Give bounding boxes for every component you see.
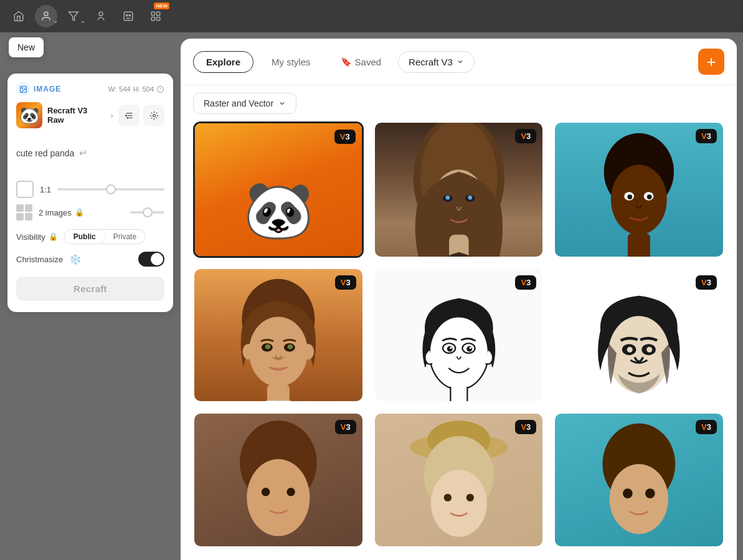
svg-point-59	[247, 459, 310, 536]
image-header-icon	[16, 82, 30, 96]
svg-point-71	[645, 489, 655, 499]
v3-badge: V3	[334, 130, 356, 144]
ratio-box	[16, 181, 34, 198]
style-card-linocut[interactable]: V3 Linocut	[554, 268, 724, 403]
settings-button[interactable]	[118, 105, 140, 126]
svg-point-56	[627, 346, 633, 352]
tab-explore[interactable]: Explore	[193, 51, 253, 73]
svg-point-26	[445, 196, 450, 200]
image-header: IMAGE W: 544 H: 504	[16, 82, 164, 96]
svg-point-30	[611, 164, 667, 234]
style-card-recraft-v3-raw[interactable]: 🐼 V3 Recraft V3 Raw	[193, 121, 364, 258]
ratio-label: 1:1	[40, 185, 51, 194]
bookmark-icon: 🔖	[341, 57, 351, 67]
svg-rect-6	[151, 12, 154, 15]
model-info: Recraft V3 Raw	[47, 106, 105, 125]
model-actions	[118, 105, 164, 126]
style-image-vector-art: V3	[555, 123, 723, 258]
version-select[interactable]: Recraft V3	[398, 51, 475, 73]
style-card-line-fill[interactable]: V3 Line & Fill	[374, 268, 544, 403]
v3-badge-linocut: V3	[696, 275, 717, 290]
image-label: IMAGE	[34, 85, 61, 93]
images-row: 2 images 🔒	[16, 204, 164, 221]
face-icon[interactable]	[117, 5, 140, 27]
svg-point-37	[249, 316, 308, 386]
filter-icon[interactable]	[62, 5, 85, 27]
svg-point-39	[303, 344, 314, 359]
profile-icon[interactable]	[35, 5, 57, 27]
svg-rect-8	[151, 17, 154, 21]
svg-rect-9	[157, 17, 160, 21]
visibility-toggle[interactable]: Public Private	[64, 229, 146, 244]
filter-chevron-icon	[278, 100, 286, 107]
images-slider-thumb	[143, 207, 153, 217]
svg-point-19	[127, 117, 128, 118]
add-button[interactable]: +	[698, 49, 724, 75]
style-card-photorealism[interactable]: V3 Photorealism	[374, 121, 544, 258]
style-card-partial1[interactable]: V3	[193, 412, 364, 548]
images-grid-icon	[16, 204, 32, 221]
svg-point-18	[125, 115, 126, 116]
svg-point-70	[623, 489, 633, 499]
svg-point-34	[647, 194, 652, 199]
new-badge: NEW	[154, 2, 169, 9]
recraft-button[interactable]: Recraft	[16, 277, 164, 301]
grid-icon[interactable]: NEW	[144, 5, 167, 27]
right-panel: Explore My styles 🔖 Saved Recraft V3 +	[181, 39, 737, 560]
style-button[interactable]	[143, 105, 164, 126]
style-card-illustration[interactable]: V3 Illustration	[193, 268, 364, 403]
svg-point-42	[265, 344, 270, 349]
visibility-label: Visibility 🔒	[16, 232, 58, 242]
ratio-slider-thumb	[106, 184, 116, 194]
style-image-partial3: V3	[555, 414, 723, 548]
style-image-illustration: V3	[194, 269, 362, 403]
svg-point-51	[469, 346, 471, 348]
v3-badge-line-fill: V3	[515, 275, 536, 290]
version-chevron-icon	[457, 58, 464, 65]
svg-rect-35	[628, 234, 650, 258]
images-slider[interactable]	[130, 211, 164, 214]
lock-icon: 🔒	[75, 208, 84, 217]
saved-button[interactable]: 🔖 Saved	[329, 51, 394, 73]
svg-point-50	[450, 346, 452, 348]
top-toolbar: NEW	[0, 0, 743, 32]
prompt-text: cute red panda ↵	[16, 146, 87, 161]
prompt-area[interactable]: cute red panda ↵	[16, 136, 164, 171]
filter-row: Raster and Vector	[181, 85, 737, 121]
filter-select[interactable]: Raster and Vector	[193, 93, 296, 114]
main-area: New IMAGE W: 544 H: 504	[0, 32, 743, 560]
v3-badge-photo: V3	[515, 129, 536, 143]
svg-marker-1	[69, 12, 78, 21]
model-thumbnail: 🐼	[16, 102, 42, 128]
style-card-partial3[interactable]: V3	[554, 412, 724, 548]
svg-point-11	[21, 87, 22, 88]
svg-point-0	[44, 12, 48, 16]
svg-point-60	[262, 488, 270, 496]
svg-point-65	[431, 470, 487, 537]
style-card-vector-art[interactable]: V3 Vector art	[554, 121, 724, 258]
ratio-slider[interactable]	[57, 188, 164, 191]
style-image-photorealism: V3	[375, 123, 543, 258]
model-chevron-icon[interactable]: ›	[110, 110, 113, 120]
panel-card: IMAGE W: 544 H: 504 🐼	[7, 74, 173, 312]
svg-point-61	[286, 488, 295, 496]
public-button[interactable]: Public	[65, 230, 105, 244]
svg-point-45	[429, 316, 488, 389]
snowflake-icon: ❄️	[69, 254, 82, 265]
private-button[interactable]: Private	[105, 230, 145, 244]
style-image-line-fill: V3	[375, 269, 543, 403]
christmasize-label: Christmasize	[16, 255, 63, 264]
v3-badge-partial2: V3	[515, 420, 536, 434]
svg-point-66	[443, 494, 451, 501]
christmasize-toggle[interactable]	[138, 252, 164, 267]
tab-my-styles[interactable]: My styles	[258, 51, 324, 73]
toggle-thumb	[151, 253, 163, 265]
svg-rect-44	[267, 384, 290, 402]
home-icon[interactable]	[7, 5, 30, 27]
return-icon: ↵	[79, 146, 87, 161]
style-card-partial2[interactable]: V3	[374, 412, 544, 548]
svg-rect-3	[124, 12, 133, 21]
person-icon[interactable]	[90, 5, 112, 27]
v3-badge-partial3: V3	[696, 420, 717, 434]
svg-point-27	[468, 196, 472, 200]
